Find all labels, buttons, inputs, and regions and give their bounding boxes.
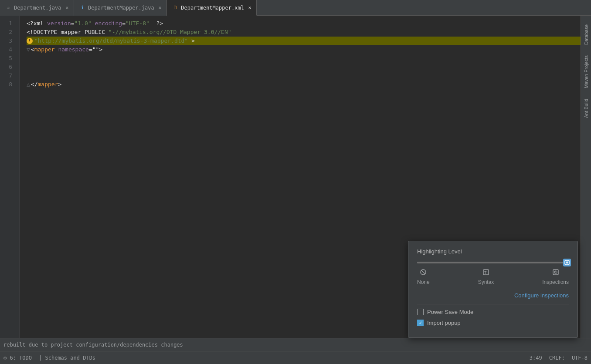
bottom-schemas[interactable]: | Schemas and DTDs <box>39 355 95 361</box>
power-save-label: Power Save Mode <box>427 309 473 315</box>
slider-container: None T Syntax <box>417 262 569 285</box>
line-numbers: 1 2 3 4 5 6 7 8 <box>0 16 20 338</box>
java-icon: ☕ <box>5 5 11 11</box>
bottom-bar: ⚙ 6: TODO | Schemas and DTDs 3:49 CRLF: … <box>0 351 591 364</box>
inspections-thumb-svg <box>564 260 570 265</box>
import-popup-row[interactable]: ✓ Import popup <box>417 320 569 326</box>
cursor-position: 3:49 <box>530 355 542 361</box>
code-line-3: ! "http://mybatis.org/dtd/mybatis-3-mapp… <box>27 37 585 45</box>
bottom-todo[interactable]: ⚙ 6: TODO <box>3 355 32 361</box>
line-num-1: 1 <box>0 19 16 28</box>
tab-dept-mapper-xml-label: DepartmentMapper.xml <box>181 5 244 11</box>
code-line-6 <box>27 63 585 71</box>
slider-thumb[interactable] <box>563 258 571 267</box>
slider-filled <box>417 262 569 263</box>
svg-point-10 <box>555 273 556 273</box>
slider-label-syntax[interactable]: T Syntax <box>478 269 494 285</box>
tab-department-java[interactable]: ☕ Department.java ✕ <box>0 0 74 16</box>
code-line-2: <!DOCTYPE mapper PUBLIC "-//mybatis.org/… <box>27 28 585 37</box>
line-num-4: 4 <box>0 45 16 54</box>
line-separator: CRLF: <box>549 355 565 361</box>
line-num-5: 5 <box>0 54 16 63</box>
slider-track[interactable] <box>417 262 569 263</box>
sidebar-item-database[interactable]: Database <box>582 19 591 50</box>
todo-label: ⚙ 6: TODO <box>3 355 32 361</box>
tab-dept-mapper-java-close[interactable]: ✕ <box>159 5 162 10</box>
inspections-label: Inspections <box>542 279 569 285</box>
import-popup-checkbox[interactable]: ✓ <box>417 320 424 326</box>
line-num-3: 3 <box>0 37 16 45</box>
code-line-7 <box>27 71 585 80</box>
line-num-6: 6 <box>0 63 16 71</box>
syntax-icon: T <box>482 269 489 277</box>
tab-dept-java-close[interactable]: ✕ <box>65 5 68 10</box>
popup-divider <box>417 304 569 304</box>
xml-icon: 🗋 <box>172 5 178 11</box>
far-right-sidebar: Database Maven Projects Ant Build <box>581 16 591 338</box>
checkmark: ✓ <box>419 320 422 325</box>
slider-thumb-icon <box>563 259 571 266</box>
highlighting-level-popup: Highlighting Level <box>408 241 578 338</box>
slider-label-inspections[interactable]: Inspections <box>542 269 569 285</box>
syntax-label: Syntax <box>478 279 494 285</box>
status-text: rebuilt due to project configuration/dep… <box>3 342 588 348</box>
code-line-5 <box>27 54 585 63</box>
power-save-mode-row[interactable]: Power Save Mode <box>417 309 569 315</box>
code-line-4: ▽ <mapper namespace=""> <box>27 45 585 54</box>
code-line-8: △ </mapper> <box>27 80 585 89</box>
line-num-7: 7 <box>0 71 16 80</box>
tab-dept-mapper-xml-close[interactable]: ✕ <box>248 5 251 10</box>
tab-bar: ☕ Department.java ✕ ℹ DepartmentMapper.j… <box>0 0 591 16</box>
tab-dept-java-label: Department.java <box>14 5 61 11</box>
svg-line-4 <box>421 270 425 274</box>
sidebar-item-maven[interactable]: Maven Projects <box>582 50 591 94</box>
schemas-label: | Schemas and DTDs <box>39 355 95 361</box>
tab-dept-mapper-java-label: DepartmentMapper.java <box>88 5 154 11</box>
slider-label-none[interactable]: None <box>417 269 430 285</box>
code-line-1: <?xml version="1.0" encoding="UTF-8" ?> <box>27 19 585 28</box>
line-num-2: 2 <box>0 28 16 37</box>
none-label: None <box>417 279 430 285</box>
tab-department-mapper-xml[interactable]: 🗋 DepartmentMapper.xml ✕ <box>167 0 257 16</box>
configure-inspections-link[interactable]: Configure inspections <box>417 292 569 299</box>
svg-text:T: T <box>484 270 487 275</box>
status-bar: rebuilt due to project configuration/dep… <box>0 338 591 351</box>
popup-title: Highlighting Level <box>417 248 569 255</box>
line-num-8: 8 <box>0 80 16 89</box>
encoding: UTF-8 <box>572 355 588 361</box>
slider-labels: None T Syntax <box>417 269 569 285</box>
inspections-icon <box>552 269 559 277</box>
none-icon <box>420 269 427 277</box>
import-popup-label: Import popup <box>427 320 461 326</box>
warning-icon: ! <box>27 38 33 44</box>
tab-department-mapper-java[interactable]: ℹ DepartmentMapper.java ✕ <box>74 0 167 16</box>
mapper-java-icon: ℹ <box>79 5 85 11</box>
sidebar-item-ant[interactable]: Ant Build <box>582 94 591 123</box>
power-save-checkbox[interactable] <box>417 309 424 315</box>
